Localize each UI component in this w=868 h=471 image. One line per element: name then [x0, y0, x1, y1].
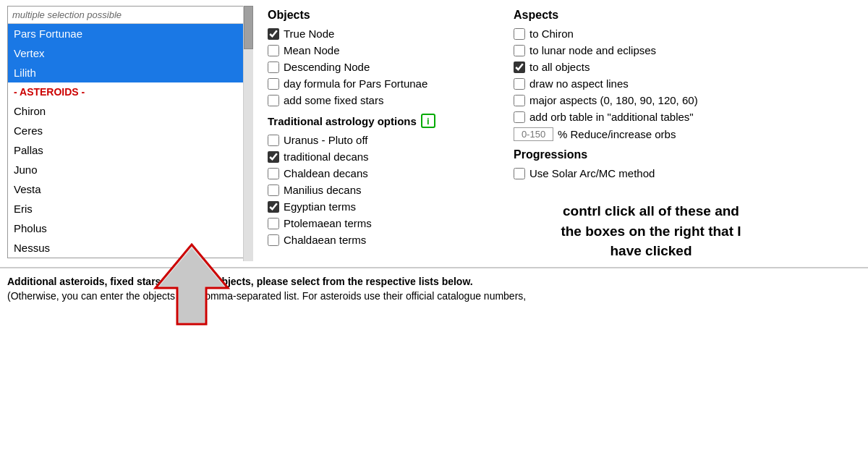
- listbox-item[interactable]: Ceres: [8, 121, 245, 140]
- checkbox[interactable]: [268, 184, 279, 196]
- checkbox-row: add some fixed stars: [268, 94, 499, 106]
- checkbox-row: Manilius decans: [268, 184, 499, 196]
- checkbox[interactable]: [268, 28, 279, 40]
- listbox-item[interactable]: Pholus: [8, 218, 245, 238]
- listbox-placeholder: multiple selection possible: [8, 7, 245, 24]
- checkbox-label: add some fixed stars: [284, 94, 383, 106]
- checkbox-row: Uranus - Pluto off: [268, 134, 499, 146]
- checkbox-label: Manilius decans: [284, 184, 362, 196]
- listbox-scrollbar[interactable]: [243, 6, 253, 261]
- checkbox[interactable]: [268, 95, 279, 106]
- objects-column: Objects True NodeMean NodeDescending Nod…: [268, 6, 499, 261]
- checkbox-label: Uranus - Pluto off: [284, 134, 367, 146]
- checkbox[interactable]: [268, 201, 279, 213]
- checkbox[interactable]: [514, 111, 525, 123]
- orb-row: % Reduce/increase orbs: [514, 127, 861, 141]
- listbox-item[interactable]: Eris: [8, 199, 245, 218]
- checkbox-label: to all objects: [529, 61, 590, 73]
- checkbox[interactable]: [268, 135, 279, 146]
- checkbox[interactable]: [268, 234, 279, 246]
- checkbox-label: Descending Node: [284, 61, 370, 73]
- checkbox-row: to Chiron: [514, 27, 861, 40]
- checkbox-label: traditional decans: [284, 150, 369, 163]
- checkbox-row: Ptolemaean terms: [268, 217, 499, 229]
- listbox-section-header: - ASTEROIDS -: [8, 82, 245, 101]
- listbox-item[interactable]: Vesta: [8, 179, 245, 199]
- checkbox-label: add orb table in "additional tables": [529, 111, 694, 123]
- top-section: multiple selection possible Pars Fortuna…: [0, 0, 868, 267]
- checkbox[interactable]: [514, 28, 525, 40]
- checkbox[interactable]: [268, 45, 279, 56]
- listbox-item[interactable]: Pars Fortunae: [8, 24, 245, 43]
- svg-marker-1: [159, 248, 224, 323]
- checkbox-label: Ptolemaean terms: [284, 217, 372, 229]
- checkbox-label: Chaldean decans: [284, 167, 368, 179]
- checkbox-row: True Node: [268, 27, 499, 40]
- checkbox-row: Descending Node: [268, 61, 499, 73]
- checkbox-row: add orb table in "additional tables": [514, 111, 861, 123]
- checkbox[interactable]: [514, 95, 525, 106]
- checkbox[interactable]: [268, 218, 279, 229]
- checkbox-row: to all objects: [514, 61, 861, 73]
- checkbox[interactable]: [268, 61, 279, 73]
- checkbox-label: draw no aspect lines: [529, 77, 629, 90]
- checkbox-row: Egyptian terms: [268, 200, 499, 213]
- checkbox-row: traditional decans: [268, 150, 499, 163]
- listbox-item[interactable]: Chiron: [8, 101, 245, 121]
- listbox-item[interactable]: Juno: [8, 160, 245, 179]
- listbox-wrapper: multiple selection possible Pars Fortuna…: [7, 6, 253, 261]
- checkbox-label: True Node: [284, 27, 334, 40]
- listbox-item[interactable]: Vertex: [8, 43, 245, 63]
- checkbox[interactable]: [268, 151, 279, 163]
- main-container: multiple selection possible Pars Fortuna…: [0, 0, 868, 306]
- aspects-column: Aspects to Chironto lunar node and eclip…: [514, 6, 861, 261]
- aspects-title: Aspects: [514, 9, 861, 22]
- checkbox-row: day formula for Pars Fortunae: [268, 77, 499, 90]
- listbox-item[interactable]: Lilith: [8, 63, 245, 82]
- objects-title: Objects: [268, 9, 499, 22]
- checkbox-row: Use Solar Arc/MC method: [514, 167, 861, 179]
- checkbox-row: to lunar node and eclipses: [514, 44, 861, 56]
- checkbox-label: day formula for Pars Fortunae: [284, 77, 427, 90]
- arrow-graphic: [134, 237, 250, 331]
- traditional-section-title: Traditional astrology options i: [268, 114, 499, 128]
- checkbox[interactable]: [514, 168, 525, 179]
- listbox[interactable]: multiple selection possible Pars Fortuna…: [7, 6, 246, 258]
- checkbox-row: Chaldean decans: [268, 167, 499, 179]
- checkbox-label: to lunar node and eclipses: [529, 44, 656, 56]
- bottom-section: Additional asteroids, fixed stars, and o…: [0, 267, 868, 306]
- checkbox-row: major aspects (0, 180, 90, 120, 60): [514, 94, 861, 106]
- progressions-title: Progressions: [514, 148, 861, 161]
- checkbox-label: Chaldaean terms: [284, 234, 366, 246]
- traditional-title-text: Traditional astrology options: [268, 115, 417, 127]
- orb-label: % Reduce/increase orbs: [558, 128, 676, 140]
- checkbox-label: to Chiron: [529, 27, 574, 40]
- listbox-item[interactable]: Pallas: [8, 140, 245, 160]
- orb-input[interactable]: [514, 127, 553, 141]
- checkbox-label: Mean Node: [284, 44, 340, 56]
- listbox-scrollbar-thumb[interactable]: [244, 6, 253, 49]
- checkbox-row: Mean Node: [268, 44, 499, 56]
- checkbox[interactable]: [514, 45, 525, 56]
- instruction-line3: have clicked: [514, 241, 788, 261]
- checkbox-row: draw no aspect lines: [514, 77, 861, 90]
- checkbox[interactable]: [514, 78, 525, 90]
- checkbox[interactable]: [514, 61, 525, 73]
- checkbox-row: Chaldaean terms: [268, 234, 499, 246]
- instruction-line2: the boxes on the right that I: [514, 221, 788, 242]
- instruction-line1: contrl click all of these and: [514, 201, 788, 221]
- instruction-text: contrl click all of these and the boxes …: [514, 201, 788, 261]
- checkbox[interactable]: [268, 78, 279, 90]
- info-badge[interactable]: i: [421, 114, 435, 128]
- checkbox[interactable]: [268, 168, 279, 179]
- checkbox-label: Use Solar Arc/MC method: [529, 167, 655, 179]
- checkbox-label: major aspects (0, 180, 90, 120, 60): [529, 94, 698, 106]
- checkbox-label: Egyptian terms: [284, 200, 356, 213]
